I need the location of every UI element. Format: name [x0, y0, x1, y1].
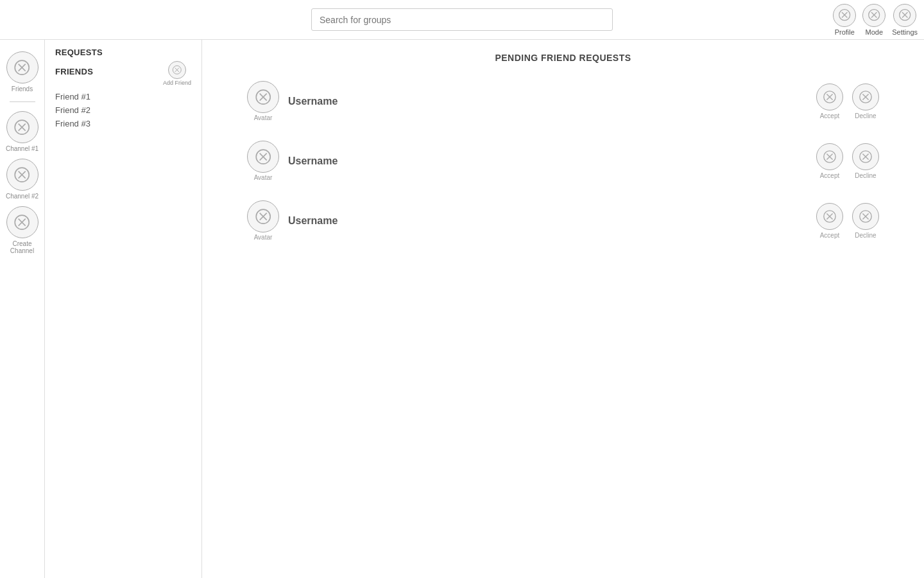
friend-request-row-1: Avatar Username Accept Decline	[221, 81, 905, 121]
friend-request-row-2: Avatar Username Accept Decline	[221, 141, 905, 181]
sidebar-item-channel2[interactable]: Channel #2	[6, 159, 38, 200]
friends-section-title: FRIENDS	[55, 67, 93, 76]
search-container	[311, 8, 613, 31]
left-sidebar: Friends Channel #1 Channel #2 Create Cha…	[0, 40, 45, 578]
accept-label-2: Accept	[820, 172, 840, 179]
sidebar-divider	[10, 101, 35, 102]
friends-icon	[6, 51, 38, 83]
avatar-label-3: Avatar	[254, 234, 273, 241]
accept-button-3[interactable]: Accept	[816, 203, 843, 239]
decline-label-1: Decline	[855, 112, 876, 119]
friend-request-row-3: Avatar Username Accept Decline	[221, 200, 905, 241]
decline-button-3[interactable]: Decline	[852, 203, 879, 239]
search-input[interactable]	[311, 8, 613, 31]
accept-label-3: Accept	[820, 232, 840, 239]
sidebar-item-create-channel[interactable]: Create Channel	[0, 206, 44, 254]
request-left-1: Avatar Username	[247, 81, 338, 121]
avatar-label-1: Avatar	[254, 114, 273, 121]
decline-label-2: Decline	[855, 172, 876, 179]
channel2-icon	[6, 159, 38, 191]
decline-label-3: Decline	[855, 232, 876, 239]
middle-panel: REQUESTS FRIENDS Add Friend Friend #1 Fr…	[45, 40, 202, 578]
settings-icon	[893, 4, 916, 27]
avatar-label-2: Avatar	[254, 174, 273, 181]
pending-title: PENDING FRIEND REQUESTS	[221, 53, 905, 63]
accept-icon-3	[816, 203, 843, 230]
request-right-1: Accept Decline	[816, 83, 879, 119]
accept-icon-1	[816, 83, 843, 110]
friends-label: Friends	[12, 85, 33, 92]
sidebar-item-channel1[interactable]: Channel #1	[6, 111, 38, 152]
settings-button[interactable]: Settings	[892, 4, 918, 36]
avatar-icon-3	[247, 200, 279, 232]
accept-button-2[interactable]: Accept	[816, 143, 843, 179]
sidebar-item-friends[interactable]: Friends	[6, 51, 38, 92]
channel2-label: Channel #2	[6, 193, 38, 200]
decline-icon-2	[852, 143, 879, 170]
mode-button[interactable]: Mode	[862, 4, 886, 36]
profile-label: Profile	[835, 28, 855, 36]
accept-button-1[interactable]: Accept	[816, 83, 843, 119]
requests-section-title: REQUESTS	[55, 48, 191, 57]
friend-item-2[interactable]: Friend #2	[55, 103, 191, 117]
main-content: PENDING FRIEND REQUESTS Avatar Username …	[202, 40, 924, 578]
add-friend-icon	[168, 61, 186, 79]
avatar-wrap-3: Avatar	[247, 200, 279, 241]
accept-label-1: Accept	[820, 112, 840, 119]
mode-icon	[862, 4, 886, 27]
profile-icon	[833, 4, 856, 27]
top-bar: Profile Mode Settings	[0, 0, 924, 40]
channel1-label: Channel #1	[6, 145, 38, 152]
request-right-3: Accept Decline	[816, 203, 879, 239]
username-2: Username	[288, 155, 338, 167]
request-left-3: Avatar Username	[247, 200, 338, 241]
create-channel-label: Create Channel	[0, 240, 44, 254]
channel1-icon	[6, 111, 38, 143]
friends-header: FRIENDS Add Friend	[55, 61, 191, 86]
avatar-wrap-2: Avatar	[247, 141, 279, 181]
decline-button-1[interactable]: Decline	[852, 83, 879, 119]
username-1: Username	[288, 96, 338, 107]
add-friend-label: Add Friend	[163, 80, 191, 86]
username-3: Username	[288, 215, 338, 227]
top-right-icons: Profile Mode Settings	[833, 4, 918, 36]
add-friend-button[interactable]: Add Friend	[163, 61, 191, 86]
profile-button[interactable]: Profile	[833, 4, 856, 36]
settings-label: Settings	[892, 28, 918, 36]
request-left-2: Avatar Username	[247, 141, 338, 181]
decline-button-2[interactable]: Decline	[852, 143, 879, 179]
mode-label: Mode	[865, 28, 883, 36]
request-right-2: Accept Decline	[816, 143, 879, 179]
decline-icon-1	[852, 83, 879, 110]
friend-item-3[interactable]: Friend #3	[55, 117, 191, 130]
avatar-wrap-1: Avatar	[247, 81, 279, 121]
accept-icon-2	[816, 143, 843, 170]
friend-item-1[interactable]: Friend #1	[55, 90, 191, 103]
create-channel-icon	[6, 206, 38, 238]
avatar-icon-2	[247, 141, 279, 173]
avatar-icon-1	[247, 81, 279, 113]
main-layout: Friends Channel #1 Channel #2 Create Cha…	[0, 40, 924, 578]
decline-icon-3	[852, 203, 879, 230]
